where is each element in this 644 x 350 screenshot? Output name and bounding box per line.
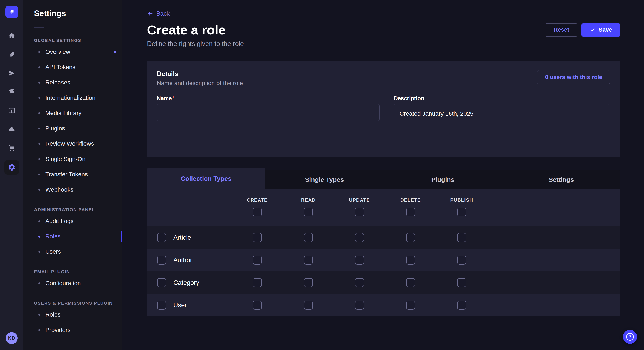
page-subtitle: Define the rights given to the role — [147, 40, 620, 48]
back-link[interactable]: Back — [147, 10, 170, 17]
permission-checkbox-article-delete[interactable] — [406, 233, 415, 242]
nav-rail: KD — [0, 0, 24, 350]
home-icon[interactable] — [8, 32, 16, 40]
column-select-checkbox-publish[interactable] — [457, 207, 466, 216]
strapi-logo-icon — [8, 8, 15, 15]
row-select-checkbox[interactable] — [157, 256, 166, 265]
bullet-icon — [38, 158, 40, 160]
permission-checkbox-article-publish[interactable] — [457, 233, 466, 242]
row-select-checkbox[interactable] — [157, 301, 166, 310]
bullet-icon — [38, 143, 40, 145]
tab-settings[interactable]: Settings — [502, 170, 620, 189]
sidebar-item-overview[interactable]: Overview — [24, 44, 122, 59]
content-feather-icon[interactable] — [8, 50, 16, 58]
permission-checkbox-category-update[interactable] — [355, 278, 364, 287]
user-avatar[interactable]: KD — [6, 332, 18, 344]
marketplace-cart-icon[interactable] — [8, 144, 16, 152]
cloud-icon[interactable] — [8, 125, 16, 133]
row-select-checkbox[interactable] — [157, 278, 166, 287]
required-asterisk: * — [172, 95, 175, 101]
tab-single-types[interactable]: Single Types — [265, 170, 384, 189]
sidebar-item-internationalization[interactable]: Internationalization — [24, 90, 122, 105]
permission-checkbox-user-read[interactable] — [304, 301, 313, 310]
name-input[interactable] — [157, 104, 380, 121]
bullet-icon — [38, 112, 40, 114]
permission-checkbox-user-create[interactable] — [253, 301, 262, 310]
row-select-checkbox[interactable] — [157, 233, 166, 242]
section-label-users-permissions-plugin: USERS & PERMISSIONS PLUGIN — [34, 301, 122, 306]
administration-panel-list: Audit Logs Roles Users — [24, 213, 122, 259]
sidebar-item-review-workflows[interactable]: Review Workflows — [24, 136, 122, 151]
sidebar-item-transfer-tokens[interactable]: Transfer Tokens — [24, 167, 122, 182]
reset-button[interactable]: Reset — [545, 23, 578, 37]
section-label-global-settings: GLOBAL SETTINGS — [34, 38, 122, 43]
permission-checkbox-author-update[interactable] — [355, 256, 364, 265]
settings-sidebar: Settings GLOBAL SETTINGS Overview API To… — [24, 0, 122, 350]
content-type-row-article: Article — [147, 226, 620, 249]
permission-checkbox-category-read[interactable] — [304, 278, 313, 287]
strapi-logo[interactable] — [5, 5, 18, 18]
bullet-icon — [38, 220, 40, 222]
permission-checkbox-user-update[interactable] — [355, 301, 364, 310]
bullet-icon — [38, 97, 40, 99]
permission-checkbox-user-delete[interactable] — [406, 301, 415, 310]
users-with-role-button[interactable]: 0 users with this role — [537, 70, 610, 84]
content-manager-layout-icon[interactable] — [8, 107, 16, 115]
tab-collection-types[interactable]: Collection Types — [147, 168, 265, 189]
description-field-label: Description — [394, 95, 424, 101]
sidebar-item-api-tokens[interactable]: API Tokens — [24, 59, 122, 75]
permission-checkbox-author-publish[interactable] — [457, 256, 466, 265]
permission-checkbox-article-update[interactable] — [355, 233, 364, 242]
column-select-checkbox-read[interactable] — [304, 207, 313, 216]
avatar-initials: KD — [8, 335, 15, 341]
permission-checkbox-article-create[interactable] — [253, 233, 262, 242]
sidebar-item-webhooks[interactable]: Webhooks — [24, 182, 122, 197]
settings-gear-icon[interactable] — [4, 160, 19, 175]
app-root: KD Settings GLOBAL SETTINGS Overview API… — [0, 0, 644, 350]
permission-checkbox-category-delete[interactable] — [406, 278, 415, 287]
global-settings-list: Overview API Tokens Releases Internation… — [24, 44, 122, 197]
permission-checkbox-author-create[interactable] — [253, 256, 262, 265]
sidebar-item-configuration[interactable]: Configuration — [24, 276, 122, 291]
permission-checkbox-category-create[interactable] — [253, 278, 262, 287]
sidebar-item-audit-logs[interactable]: Audit Logs — [24, 213, 122, 229]
bullet-icon — [38, 189, 40, 191]
permission-checkbox-author-read[interactable] — [304, 256, 313, 265]
bullet-icon — [38, 282, 40, 284]
save-button[interactable]: Save — [582, 23, 620, 37]
sidebar-item-roles-up[interactable]: Roles — [24, 307, 122, 322]
bullet-icon — [38, 51, 40, 53]
sidebar-item-plugins[interactable]: Plugins — [24, 121, 122, 136]
sidebar-item-releases[interactable]: Releases — [24, 75, 122, 90]
notification-dot — [114, 51, 116, 53]
paper-plane-icon[interactable] — [8, 69, 16, 77]
sidebar-item-providers[interactable]: Providers — [24, 322, 122, 338]
sidebar-item-roles-admin[interactable]: Roles — [24, 229, 122, 244]
sidebar-title: Settings — [34, 9, 122, 18]
permissions-tabs: Collection Types Single Types Plugins Se… — [147, 168, 620, 189]
help-button[interactable]: ? — [623, 330, 637, 344]
bullet-icon — [38, 251, 40, 253]
sidebar-item-users[interactable]: Users — [24, 244, 122, 259]
details-card: Details Name and description of the role… — [147, 61, 620, 157]
main-content: Back Create a role Reset Save Define the… — [122, 0, 644, 350]
description-textarea[interactable]: Created January 16th, 2025 — [394, 104, 610, 149]
page-title: Create a role — [147, 22, 226, 37]
bullet-icon — [38, 174, 40, 175]
permission-checkbox-user-publish[interactable] — [457, 301, 466, 310]
bullet-icon — [38, 236, 40, 237]
permissions-card: Collection Types Single Types Plugins Se… — [147, 168, 620, 316]
column-select-checkbox-create[interactable] — [253, 207, 262, 216]
media-images-icon[interactable] — [8, 88, 16, 96]
sidebar-item-single-sign-on[interactable]: Single Sign-On — [24, 151, 122, 167]
bullet-icon — [38, 66, 40, 68]
column-select-checkbox-update[interactable] — [355, 207, 364, 216]
permission-checkbox-category-publish[interactable] — [457, 278, 466, 287]
sidebar-title-divider — [34, 27, 44, 28]
sidebar-item-media-library[interactable]: Media Library — [24, 105, 122, 121]
permission-checkbox-author-delete[interactable] — [406, 256, 415, 265]
permission-checkbox-article-read[interactable] — [304, 233, 313, 242]
column-select-checkbox-delete[interactable] — [406, 207, 415, 216]
tab-plugins[interactable]: Plugins — [384, 170, 502, 189]
name-field-label: Name* — [157, 95, 175, 101]
